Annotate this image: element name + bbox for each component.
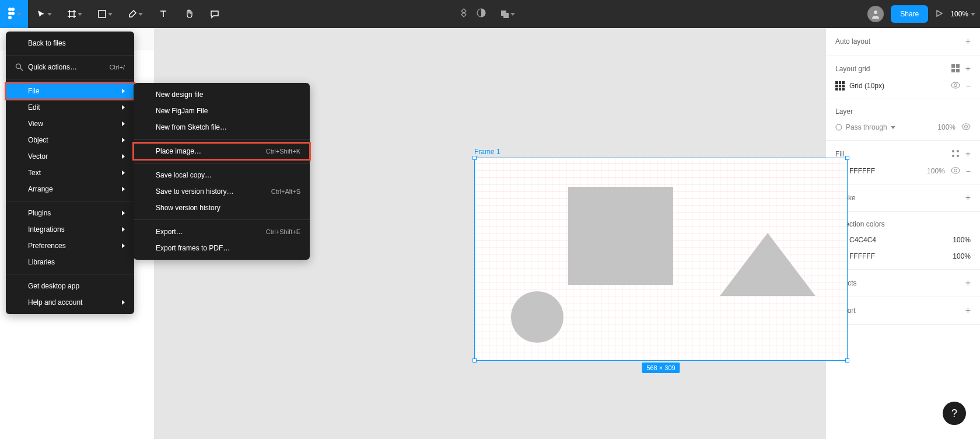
chevron-down-icon xyxy=(47,13,52,16)
main-menu: Back to files Quick actions… Ctrl+/ File… xyxy=(6,32,134,314)
add-stroke[interactable]: + xyxy=(965,193,971,203)
menu-libraries[interactable]: Libraries xyxy=(6,254,134,270)
selection-handle[interactable] xyxy=(473,156,477,160)
auto-layout-section: Auto layout + xyxy=(826,28,980,55)
avatar[interactable] xyxy=(867,6,884,22)
hand-icon xyxy=(184,9,194,19)
fill-opacity[interactable]: 100% xyxy=(927,167,945,175)
rectangle-shape[interactable] xyxy=(568,187,673,285)
menu-separator xyxy=(134,220,310,220)
menu-file[interactable]: File xyxy=(6,83,134,99)
layer-opacity[interactable]: 100% xyxy=(937,123,956,131)
submenu-save-local[interactable]: Save local copy… xyxy=(134,167,310,183)
style-icon[interactable] xyxy=(951,149,960,159)
menu-arrange[interactable]: Arrange xyxy=(6,181,134,197)
mask-icon[interactable] xyxy=(476,8,487,21)
submenu-place-image[interactable]: Place image… Ctrl+Shift+K xyxy=(134,143,310,159)
add-effect[interactable]: + xyxy=(965,278,971,288)
sel-color-opacity[interactable]: 100% xyxy=(953,236,971,244)
frame-label[interactable]: Frame 1 xyxy=(474,148,501,156)
help-button[interactable]: ? xyxy=(943,402,966,425)
submenu-new-design[interactable]: New design file xyxy=(134,86,310,103)
blend-mode-select[interactable]: Pass through xyxy=(835,123,895,131)
section-title: Auto layout xyxy=(835,37,870,46)
chevron-right-icon xyxy=(122,138,125,142)
submenu-save-version[interactable]: Save to version history… Ctrl+Alt+S xyxy=(134,183,310,200)
comment-tool[interactable] xyxy=(203,2,226,26)
menu-back-to-files[interactable]: Back to files xyxy=(6,35,134,51)
svg-point-3 xyxy=(11,12,15,15)
menu-preferences[interactable]: Preferences xyxy=(6,238,134,254)
fill-hex[interactable]: FFFFFF xyxy=(849,167,875,175)
svg-point-15 xyxy=(836,124,842,130)
menu-separator xyxy=(6,274,134,274)
remove-fill[interactable]: − xyxy=(966,166,971,176)
fill-section: Fill + FFFFFF 100% − xyxy=(826,141,980,184)
ellipse-shape[interactable] xyxy=(511,291,564,343)
add-grid[interactable]: + xyxy=(965,64,971,74)
menu-integrations[interactable]: Integrations xyxy=(6,221,134,238)
submenu-export-pdf[interactable]: Export frames to PDF… xyxy=(134,240,310,256)
chevron-down-icon xyxy=(891,126,895,129)
frame-1[interactable]: 568 × 309 xyxy=(474,158,848,361)
selection-handle[interactable] xyxy=(845,358,849,363)
component-icon[interactable] xyxy=(459,8,469,21)
selection-colors-section: Selection colors C4C4C4 100% FFFFFF 100% xyxy=(826,212,980,270)
submenu-new-figjam[interactable]: New FigJam File xyxy=(134,103,310,119)
zoom-control[interactable]: 100% xyxy=(950,10,975,18)
add-export[interactable]: + xyxy=(965,305,971,316)
add-fill[interactable]: + xyxy=(965,149,971,159)
chevron-down-icon xyxy=(108,13,113,16)
polygon-shape[interactable] xyxy=(720,233,816,296)
export-section: Export + xyxy=(826,297,980,325)
toolbar-right: Share 100% xyxy=(867,5,975,23)
add-auto-layout[interactable]: + xyxy=(965,36,971,47)
present-button[interactable] xyxy=(935,9,943,19)
submenu-show-version[interactable]: Show version history xyxy=(134,200,310,216)
svg-point-20 xyxy=(957,155,959,157)
menu-object[interactable]: Object xyxy=(6,132,134,148)
chevron-down-icon xyxy=(510,13,515,16)
figma-logo-icon xyxy=(6,7,16,21)
menu-edit[interactable]: Edit xyxy=(6,99,134,116)
union-icon xyxy=(500,9,509,19)
main-menu-button[interactable] xyxy=(0,0,28,28)
shape-tool[interactable] xyxy=(91,2,119,26)
visibility-toggle[interactable] xyxy=(951,81,960,90)
sel-color-hex[interactable]: FFFFFF xyxy=(849,252,875,260)
menu-vector[interactable]: Vector xyxy=(6,148,134,165)
file-submenu: New design file New FigJam File New from… xyxy=(134,83,310,260)
submenu-export[interactable]: Export… Ctrl+Shift+E xyxy=(134,224,310,240)
remove-grid[interactable]: − xyxy=(966,81,971,90)
toolbar-left xyxy=(5,0,226,28)
visibility-toggle[interactable] xyxy=(961,123,971,132)
menu-text[interactable]: Text xyxy=(6,165,134,181)
effects-section: Effects + xyxy=(826,270,980,297)
selection-handle[interactable] xyxy=(473,358,477,363)
sel-color-hex[interactable]: C4C4C4 xyxy=(849,236,876,244)
zoom-value: 100% xyxy=(950,10,968,18)
hand-tool[interactable] xyxy=(177,2,201,26)
menu-separator xyxy=(6,79,134,79)
sel-color-opacity[interactable]: 100% xyxy=(953,252,971,260)
chevron-right-icon xyxy=(122,211,125,215)
share-button[interactable]: Share xyxy=(891,5,928,23)
menu-get-desktop[interactable]: Get desktop app xyxy=(6,278,134,294)
svg-point-16 xyxy=(965,126,968,128)
grid-type-icon[interactable] xyxy=(835,81,845,90)
menu-plugins[interactable]: Plugins xyxy=(6,205,134,221)
chevron-right-icon xyxy=(122,243,125,248)
text-tool[interactable] xyxy=(152,2,175,26)
menu-view[interactable]: View xyxy=(6,116,134,132)
visibility-toggle[interactable] xyxy=(951,166,960,176)
selection-handle[interactable] xyxy=(845,156,849,160)
move-tool[interactable] xyxy=(30,2,58,26)
grid-settings-icon[interactable] xyxy=(951,64,960,74)
frame-tool[interactable] xyxy=(61,2,89,26)
menu-quick-actions[interactable]: Quick actions… Ctrl+/ xyxy=(6,59,134,75)
grid-label[interactable]: Grid (10px) xyxy=(849,82,884,90)
menu-help-account[interactable]: Help and account xyxy=(6,294,134,311)
pen-tool[interactable] xyxy=(121,2,149,26)
submenu-new-sketch[interactable]: New from Sketch file… xyxy=(134,119,310,135)
boolean-tool[interactable] xyxy=(494,2,522,26)
